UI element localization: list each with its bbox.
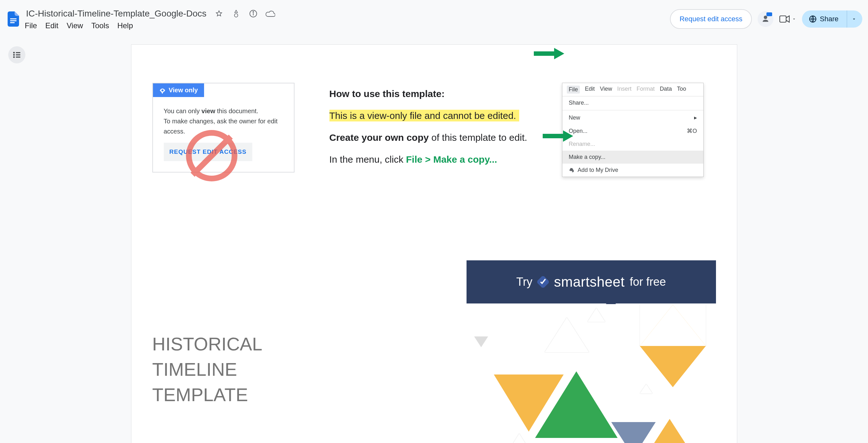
svg-rect-10 <box>16 52 20 53</box>
app-header: IC-Historical-Timeline-Template_Google-D… <box>0 0 868 35</box>
fm-bar-data: Data <box>660 86 672 94</box>
chevron-down-icon <box>792 17 796 21</box>
svg-point-13 <box>13 57 15 58</box>
header-right-controls: Request edit access Share <box>670 9 862 29</box>
document-page: View only ▼ You can only view this docum… <box>131 44 737 443</box>
fm-make-copy: Make a copy... <box>569 154 606 161</box>
fm-bar-insert: Insert <box>617 86 631 94</box>
heading-line3: TEMPLATE <box>152 382 262 407</box>
vo-text-1b: view <box>202 107 215 114</box>
svg-rect-7 <box>780 16 786 22</box>
title-area: IC-Historical-Timeline-Template_Google-D… <box>25 8 668 30</box>
menu-file[interactable]: File <box>25 21 37 30</box>
smartsheet-banner[interactable]: Try smartsheet for free <box>467 260 716 304</box>
how-to-title: How to use this template: <box>330 83 527 105</box>
instruction-line1: This is a view-only file and cannot be e… <box>330 110 520 122</box>
svg-point-3 <box>235 14 238 17</box>
cloud-saved-icon[interactable] <box>265 8 276 19</box>
fm-open-shortcut: ⌘O <box>687 128 697 134</box>
fm-bar-view: View <box>600 86 612 94</box>
check-mark-icon <box>537 276 549 287</box>
triangle-art <box>462 305 716 443</box>
heading-line1: HISTORICAL <box>152 331 262 357</box>
banner-forfree: for free <box>630 275 666 288</box>
view-only-label: View only <box>169 87 198 94</box>
svg-point-6 <box>253 11 254 12</box>
instruction-row: View only ▼ You can only view this docum… <box>152 83 716 177</box>
share-button-group: Share <box>802 10 862 28</box>
vo-text-1c: this document. <box>215 107 258 114</box>
move-icon[interactable] <box>230 8 242 19</box>
fm-bar-edit: Edit <box>585 86 595 94</box>
instruction-line3a: In the menu, click <box>330 154 406 165</box>
share-dropdown-button[interactable] <box>847 10 862 28</box>
meet-button[interactable] <box>779 14 796 24</box>
instruction-text: How to use this template: This is a view… <box>330 83 527 170</box>
document-heading: HISTORICAL TIMELINE TEMPLATE <box>152 331 262 407</box>
menu-bar: File Edit View Tools Help <box>25 21 668 30</box>
chevron-down-icon <box>851 16 857 22</box>
fm-rename: Rename... <box>569 141 595 147</box>
globe-icon <box>809 15 816 23</box>
request-edit-access-button[interactable]: Request edit access <box>670 9 752 29</box>
share-button[interactable]: Share <box>802 10 847 28</box>
fm-bar-too: Too <box>677 86 686 94</box>
info-icon[interactable] <box>248 8 259 19</box>
docs-logo-icon[interactable] <box>6 10 21 28</box>
menu-help[interactable]: Help <box>117 21 133 30</box>
banner-try: Try <box>516 275 532 288</box>
vo-text-1a: You can only <box>164 107 202 114</box>
svg-point-9 <box>13 52 15 54</box>
view-only-pill: View only ▼ <box>153 83 205 97</box>
green-arrow-2 <box>543 130 573 142</box>
fm-bar-file: File <box>567 86 580 94</box>
outline-icon <box>13 52 21 58</box>
menu-edit[interactable]: Edit <box>45 21 58 30</box>
star-icon[interactable] <box>213 8 225 19</box>
instruction-line2b: of this template to edit. <box>429 132 527 143</box>
svg-rect-14 <box>16 57 20 58</box>
comments-button[interactable] <box>757 11 773 27</box>
share-label: Share <box>820 15 838 23</box>
canvas[interactable]: View only ▼ You can only view this docum… <box>0 35 868 443</box>
show-outline-button[interactable] <box>8 46 25 63</box>
svg-rect-2 <box>10 22 14 23</box>
banner-brand: smartsheet <box>554 274 625 290</box>
menu-tools[interactable]: Tools <box>91 21 109 30</box>
svg-point-11 <box>13 54 15 56</box>
banner-caret <box>606 298 616 304</box>
svg-rect-12 <box>16 55 20 56</box>
fm-new: New <box>569 114 580 121</box>
instruction-line3b: File > Make a copy... <box>406 154 497 165</box>
svg-rect-1 <box>10 20 17 21</box>
document-title[interactable]: IC-Historical-Timeline-Template_Google-D… <box>25 8 208 19</box>
menu-view[interactable]: View <box>67 21 83 30</box>
fm-add-drive: Add to My Drive <box>578 167 618 173</box>
fm-bar-format: Format <box>637 86 655 94</box>
drive-icon <box>569 167 575 173</box>
heading-line2: TIMELINE <box>152 357 262 382</box>
file-menu-image: File Edit View Insert Format Data Too Sh… <box>562 83 704 177</box>
prohibited-icon <box>186 130 238 181</box>
instruction-line2a: Create your own copy <box>330 132 429 143</box>
fm-share: Share... <box>569 100 589 106</box>
green-arrow-1 <box>534 48 564 59</box>
svg-rect-0 <box>10 19 17 19</box>
